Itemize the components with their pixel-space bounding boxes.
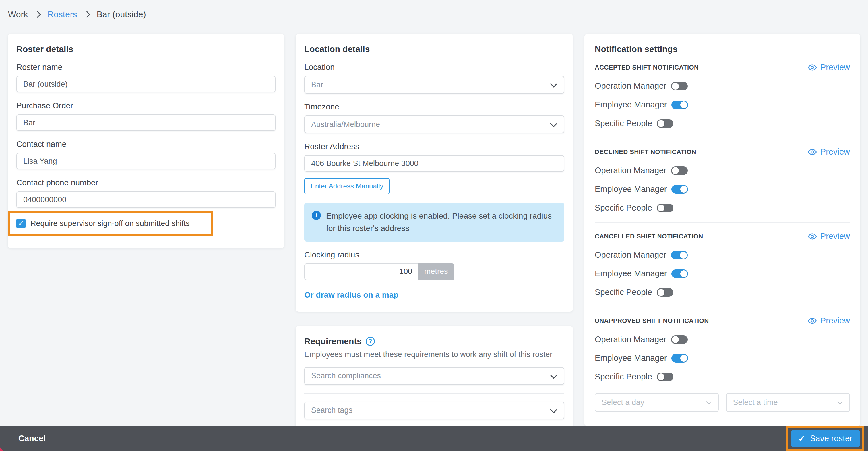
employee-manager-toggle[interactable] xyxy=(671,354,688,363)
save-roster-label: Save roster xyxy=(810,434,852,443)
preview-link[interactable]: Preview xyxy=(808,63,850,72)
section-heading: CANCELLED SHIFT NOTIFICATION xyxy=(595,233,703,240)
breadcrumb-rosters[interactable]: Rosters xyxy=(48,9,77,19)
breadcrumb-current: Bar (outside) xyxy=(97,9,146,19)
specific-people-toggle[interactable] xyxy=(657,119,673,128)
roster-details-title: Roster details xyxy=(17,44,276,54)
specific-people-toggle[interactable] xyxy=(657,373,673,381)
preview-link[interactable]: Preview xyxy=(808,316,850,326)
roster-name-label: Roster name xyxy=(17,63,276,72)
toggle-row: Employee Manager xyxy=(595,100,850,109)
search-compliances-select[interactable]: Search compliances xyxy=(304,367,564,385)
notification-settings-title: Notification settings xyxy=(595,44,850,54)
toggle-row: Specific People xyxy=(595,203,850,213)
cancelled-shift-section: CANCELLED SHIFT NOTIFICATION Preview Ope… xyxy=(595,223,850,307)
help-icon[interactable]: ? xyxy=(366,337,375,346)
draw-radius-map-link[interactable]: Or draw radius on a map xyxy=(304,290,398,300)
footer-bar: Cancel ✓ Save roster xyxy=(0,426,868,451)
timezone-label: Timezone xyxy=(304,102,564,111)
roster-address-input[interactable] xyxy=(304,155,564,172)
chevron-right-icon xyxy=(34,11,41,18)
toggle-label: Employee Manager xyxy=(595,269,667,278)
enter-address-manually-button[interactable]: Enter Address Manually xyxy=(304,178,390,194)
roster-details-card: Roster details Roster name Purchase Orde… xyxy=(8,34,284,248)
employee-manager-toggle[interactable] xyxy=(671,185,688,194)
middle-column: Location details Location Bar Timezone A… xyxy=(296,34,573,431)
location-select[interactable]: Bar xyxy=(304,76,564,94)
roster-name-input[interactable] xyxy=(17,76,276,92)
page: Work Rosters Bar (outside) Roster detail… xyxy=(0,0,868,451)
toggle-label: Employee Manager xyxy=(595,100,667,109)
schedule-selects-row: Select a day Select a time xyxy=(595,393,850,412)
location-details-card: Location details Location Bar Timezone A… xyxy=(296,34,573,312)
preview-label: Preview xyxy=(820,147,850,157)
timezone-select-value: Australia/Melbourne xyxy=(311,120,380,129)
timezone-select[interactable]: Australia/Melbourne xyxy=(304,115,564,133)
location-label: Location xyxy=(304,63,564,72)
roster-address-label: Roster Address xyxy=(304,142,564,151)
contact-name-input[interactable] xyxy=(17,153,276,169)
select-time[interactable]: Select a time xyxy=(726,393,850,412)
unapproved-shift-section: UNAPPROVED SHIFT NOTIFICATION Preview Op… xyxy=(595,307,850,415)
toggle-label: Specific People xyxy=(595,287,652,297)
breadcrumb-work[interactable]: Work xyxy=(8,9,28,19)
location-select-value: Bar xyxy=(311,80,323,89)
toggle-row: Operation Manager xyxy=(595,335,850,344)
toggle-row: Employee Manager xyxy=(595,185,850,194)
preview-label: Preview xyxy=(820,63,850,72)
chevron-down-icon xyxy=(837,399,842,404)
declined-shift-section: DECLINED SHIFT NOTIFICATION Preview Oper… xyxy=(595,138,850,223)
operation-manager-toggle[interactable] xyxy=(671,335,688,344)
save-roster-highlight: ✓ Save roster xyxy=(786,426,864,451)
specific-people-toggle[interactable] xyxy=(657,288,673,297)
breadcrumb: Work Rosters Bar (outside) xyxy=(0,0,868,29)
employee-manager-toggle[interactable] xyxy=(671,270,688,278)
cancel-button[interactable]: Cancel xyxy=(19,434,45,443)
chevron-down-icon xyxy=(550,120,557,127)
eye-icon xyxy=(808,147,817,157)
toggle-row: Operation Manager xyxy=(595,166,850,175)
specific-people-toggle[interactable] xyxy=(657,204,673,212)
operation-manager-toggle[interactable] xyxy=(671,251,688,259)
select-day[interactable]: Select a day xyxy=(595,393,719,412)
operation-manager-toggle[interactable] xyxy=(671,166,688,175)
location-details-title: Location details xyxy=(304,44,564,54)
accepted-shift-section: ACCEPTED SHIFT NOTIFICATION Preview Oper… xyxy=(595,54,850,138)
employee-manager-toggle[interactable] xyxy=(671,101,688,109)
toggle-row: Specific People xyxy=(595,287,850,297)
search-tags-select[interactable]: Search tags xyxy=(304,402,564,419)
select-time-placeholder: Select a time xyxy=(733,398,778,407)
supervisor-signoff-label: Require supervisor sign-off on submitted… xyxy=(30,219,190,228)
save-roster-button[interactable]: ✓ Save roster xyxy=(791,430,860,447)
preview-link[interactable]: Preview xyxy=(808,231,850,241)
toggle-label: Specific People xyxy=(595,119,652,128)
clocking-radius-input[interactable] xyxy=(304,263,418,280)
supervisor-signoff-checkbox[interactable]: ✓ xyxy=(16,219,26,228)
search-tags-placeholder: Search tags xyxy=(311,406,352,415)
section-heading: DECLINED SHIFT NOTIFICATION xyxy=(595,148,696,156)
purchase-order-label: Purchase Order xyxy=(17,101,276,110)
contact-phone-input[interactable] xyxy=(17,191,276,208)
preview-link[interactable]: Preview xyxy=(808,147,850,157)
operation-manager-toggle[interactable] xyxy=(671,82,688,90)
select-day-placeholder: Select a day xyxy=(601,398,644,407)
supervisor-signoff-highlight: ✓ Require supervisor sign-off on submitt… xyxy=(8,211,213,236)
purchase-order-input[interactable] xyxy=(17,114,276,131)
clocking-info-box: i Employee app clocking is enabled. Plea… xyxy=(304,203,564,242)
toggle-row: Specific People xyxy=(595,119,850,128)
chevron-right-icon xyxy=(84,11,90,18)
toggle-row: Specific People xyxy=(595,372,850,382)
check-icon: ✓ xyxy=(798,433,805,444)
chevron-down-icon xyxy=(550,80,557,87)
toggle-label: Specific People xyxy=(595,203,652,213)
toggle-label: Employee Manager xyxy=(595,185,667,194)
section-heading: UNAPPROVED SHIFT NOTIFICATION xyxy=(595,317,709,325)
toggle-label: Operation Manager xyxy=(595,335,666,344)
toggle-label: Operation Manager xyxy=(595,250,666,260)
eye-icon xyxy=(808,232,817,241)
main-content: Roster details Roster name Purchase Orde… xyxy=(0,29,868,431)
toggle-row: Operation Manager xyxy=(595,81,850,91)
toggle-label: Operation Manager xyxy=(595,81,666,91)
chevron-down-icon xyxy=(550,406,557,413)
toggle-label: Specific People xyxy=(595,372,652,382)
